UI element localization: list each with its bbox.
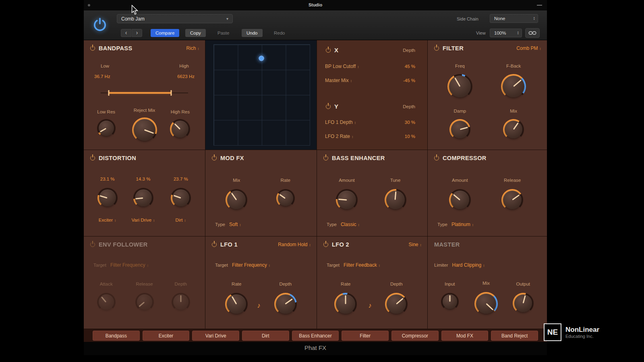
modfx-rate-knob[interactable]: [276, 189, 295, 208]
env-target-dropdown[interactable]: Filter Frequency: [110, 262, 149, 268]
power-icon[interactable]: [90, 242, 95, 247]
copy-button[interactable]: Copy: [185, 29, 206, 37]
y-target-2-dropdown[interactable]: LFO 2 Rate: [325, 134, 354, 139]
lfo1-target-dropdown[interactable]: Filter Frequency: [232, 262, 270, 268]
power-icon[interactable]: [90, 46, 95, 51]
env-release-knob[interactable]: [135, 293, 154, 311]
compressor-release-knob[interactable]: [501, 189, 523, 211]
panel-filter: FILTER Comb PM Freq F-Back Damp Mix: [428, 40, 547, 150]
filter-freq-knob[interactable]: [447, 74, 472, 99]
link-button[interactable]: [525, 28, 540, 38]
high-label: High: [179, 64, 189, 68]
power-icon[interactable]: [326, 48, 331, 53]
power-icon[interactable]: [323, 156, 328, 160]
preset-selector[interactable]: Comb Jam ▾: [117, 14, 233, 23]
lfo2-waveform-dropdown[interactable]: Sine: [408, 242, 422, 247]
lfo2-target-dropdown[interactable]: Filter Feedback: [344, 262, 380, 268]
panel-title: LFO 2: [332, 241, 349, 248]
y-target-1-depth[interactable]: 30 %: [405, 120, 415, 125]
branding: NE NonLinear Educating Inc.: [544, 323, 599, 341]
chip-bass-enhancer[interactable]: Bass Enhancer: [292, 331, 339, 341]
modfx-mix-knob[interactable]: [226, 189, 247, 211]
distortion-type-2-dropdown[interactable]: Vari Drive: [131, 218, 155, 222]
filter-mode-dropdown[interactable]: Comb PM: [516, 45, 541, 51]
knob-label: Low Res: [97, 109, 115, 114]
filter-feedback-knob[interactable]: [501, 74, 526, 99]
high-res-knob[interactable]: [170, 119, 190, 139]
filter-mix-knob[interactable]: [503, 119, 524, 140]
dirt-knob[interactable]: [171, 188, 191, 208]
plugin-power-button[interactable]: [90, 15, 110, 34]
compare-button[interactable]: Compare: [151, 29, 179, 37]
next-preset-button[interactable]: ›: [132, 29, 142, 37]
bandpass-mode-dropdown[interactable]: Rich: [186, 45, 199, 51]
note-icon[interactable]: ♪: [257, 302, 261, 310]
previous-preset-button[interactable]: ‹: [121, 29, 131, 37]
chip-vari-drive[interactable]: Vari Drive: [192, 331, 239, 341]
mouse-cursor: [131, 5, 139, 15]
panel-title: LFO 1: [220, 241, 238, 248]
chip-filter[interactable]: Filter: [342, 331, 389, 341]
vari-drive-knob[interactable]: [133, 188, 153, 208]
chip-band-reject[interactable]: Band Reject: [491, 331, 538, 341]
note-icon[interactable]: ♪: [368, 302, 372, 310]
master-mix-knob[interactable]: [474, 292, 498, 315]
power-icon[interactable]: [434, 156, 439, 160]
chip-bandpass[interactable]: Bandpass: [93, 331, 140, 341]
undo-button[interactable]: Undo: [242, 29, 263, 37]
power-icon[interactable]: [434, 46, 439, 51]
minimize-icon[interactable]: [537, 5, 542, 6]
power-icon[interactable]: [323, 242, 328, 247]
lfo2-rate-knob[interactable]: [334, 293, 357, 315]
power-icon[interactable]: [212, 156, 217, 160]
power-icon[interactable]: [326, 104, 331, 109]
knob-label: Rate: [281, 178, 290, 183]
bass-type-dropdown[interactable]: Classic: [341, 222, 360, 227]
knob-label: Mix: [482, 281, 490, 286]
view-zoom-dropdown[interactable]: 100%: [490, 29, 522, 37]
env-depth-knob[interactable]: [172, 293, 190, 311]
high-handle[interactable]: [171, 90, 172, 96]
bass-amount-knob[interactable]: [336, 189, 358, 211]
filter-damp-knob[interactable]: [449, 119, 470, 140]
distortion-type-1-dropdown[interactable]: Exciter: [99, 218, 116, 222]
master-output-knob[interactable]: [513, 293, 534, 314]
reject-mix-knob[interactable]: [132, 117, 157, 142]
power-icon[interactable]: [212, 242, 217, 247]
lfo1-waveform-dropdown[interactable]: Random Hold: [278, 242, 311, 247]
lfo1-rate-knob[interactable]: [225, 293, 248, 315]
low-res-knob[interactable]: [97, 119, 116, 138]
chip-dirt[interactable]: Dirt: [242, 331, 289, 341]
view-zoom-value: 100%: [494, 31, 506, 35]
limiter-mode-dropdown[interactable]: Hard Clipping: [452, 262, 485, 268]
bandpass-range-slider[interactable]: [105, 90, 184, 96]
compressor-type-dropdown[interactable]: Platinum: [451, 222, 474, 227]
x-target-2-depth[interactable]: -45 %: [403, 78, 415, 83]
window-titlebar[interactable]: Studio: [84, 0, 547, 10]
low-handle[interactable]: [108, 90, 109, 96]
x-target-1-depth[interactable]: 45 %: [405, 64, 415, 69]
env-attack-knob[interactable]: [97, 293, 116, 311]
bass-tune-knob[interactable]: [385, 189, 406, 211]
power-icon[interactable]: [90, 156, 95, 160]
distortion-type-3-dropdown[interactable]: Dirt: [176, 218, 186, 222]
xy-position-dot[interactable]: [259, 56, 264, 61]
compressor-amount-knob[interactable]: [449, 189, 471, 211]
xy-pad[interactable]: [205, 40, 317, 150]
lfo1-depth-knob[interactable]: [274, 293, 297, 315]
y-target-1-dropdown[interactable]: LFO 1 Depth: [325, 119, 356, 125]
master-input-knob[interactable]: [441, 293, 459, 311]
y-target-2-depth[interactable]: 10 %: [405, 134, 415, 139]
side-chain-dropdown[interactable]: None: [490, 14, 538, 23]
chip-exciter[interactable]: Exciter: [143, 331, 190, 341]
paste-button[interactable]: Paste: [213, 29, 234, 37]
exciter-knob[interactable]: [97, 188, 118, 208]
knob-label: Freq: [455, 64, 465, 68]
x-target-2-dropdown[interactable]: Master Mix: [325, 78, 352, 83]
x-target-1-dropdown[interactable]: BP Low Cutoff: [325, 64, 359, 69]
modfx-type-dropdown[interactable]: Soft: [229, 222, 241, 227]
chip-mod-fx[interactable]: Mod FX: [441, 331, 489, 341]
redo-button[interactable]: Redo: [269, 29, 290, 37]
lfo2-depth-knob[interactable]: [385, 293, 408, 315]
chip-compressor[interactable]: Compressor: [391, 331, 439, 341]
